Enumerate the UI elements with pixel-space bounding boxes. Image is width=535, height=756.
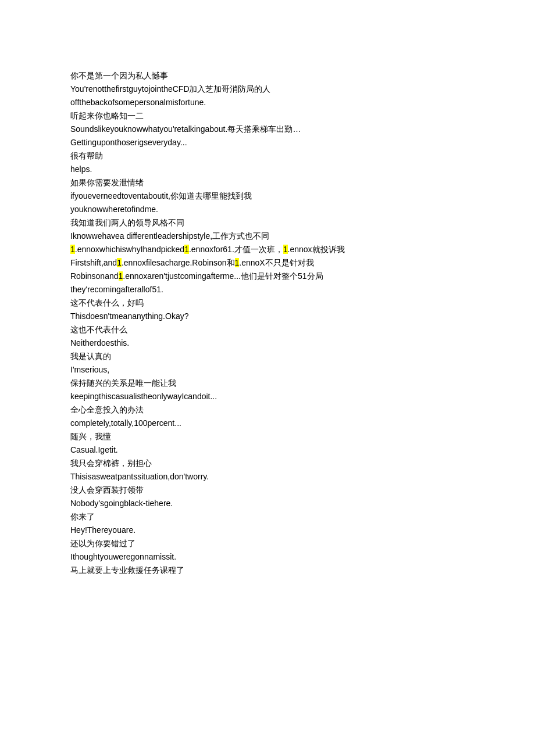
english-text: offthebackofsomepersonalmisfortune.: [70, 96, 465, 109]
english-text: Gettinguponthoserigseveryday...: [70, 137, 465, 149]
content-line-6: 很有帮助: [70, 150, 465, 162]
english-text: Neitherdoesthis.: [70, 337, 465, 349]
content-line-30: 我只会穿棉裤，别担心: [70, 457, 465, 470]
content-line-7: helps.: [70, 163, 465, 175]
highlighted-text: 1: [235, 258, 240, 267]
english-text: Casual.Igetit.: [70, 444, 465, 456]
content-line-11: 我知道我们两人的领导风格不同: [70, 217, 465, 229]
content-line-3: 听起来你也略知一二: [70, 110, 465, 122]
english-text: completely,totally,100percent...: [70, 417, 465, 429]
content-line-12: Iknowwehavea differentleadershipstyle,工作…: [70, 230, 465, 242]
mixed-text: Firstshift,and1.ennoxfilesacharge.Robins…: [70, 257, 465, 269]
content-line-36: 还以为你要错过了: [70, 538, 465, 550]
english-text: Ithoughtyouweregonnamissit.: [70, 551, 465, 563]
content-line-31: Thisisasweatpantssituation,don'tworry.: [70, 471, 465, 483]
content-line-38: 马上就要上专业救援任务课程了: [70, 564, 465, 576]
content-line-5: Gettinguponthoserigseveryday...: [70, 137, 465, 149]
content-line-22: 我是认真的: [70, 350, 465, 363]
chinese-text: 听起来你也略知一二: [70, 110, 465, 122]
content-line-21: Neitherdoesthis.: [70, 337, 465, 349]
content-line-10: youknowwheretofindme.: [70, 203, 465, 216]
content-line-23: I'mserious,: [70, 364, 465, 376]
content-line-29: Casual.Igetit.: [70, 444, 465, 456]
english-text: Iknowwehavea differentleadershipstyle,工作…: [70, 230, 465, 242]
chinese-text: 我只会穿棉裤，别担心: [70, 457, 465, 470]
highlighted-text: 1: [283, 245, 288, 254]
content-line-8: 如果你需要发泄情绪: [70, 177, 465, 189]
highlighted-text: 1: [117, 258, 122, 267]
chinese-text: 马上就要上专业救援任务课程了: [70, 564, 465, 576]
content-line-16: Robinsonand1.ennoxaren'tjustcomingafterm…: [70, 270, 465, 282]
english-text: Thisdoesn'tmeananything.Okay?: [70, 310, 465, 323]
content-line-34: 你来了: [70, 511, 465, 523]
content-line-33: Nobody'sgoingblack-tiehere.: [70, 497, 465, 510]
chinese-text: 没人会穿西装打领带: [70, 484, 465, 496]
chinese-text: 保持随兴的关系是唯一能让我: [70, 377, 465, 389]
content-line-35: Hey!Thereyouare.: [70, 524, 465, 536]
content-line-27: completely,totally,100percent...: [70, 417, 465, 429]
chinese-text: 还以为你要错过了: [70, 538, 465, 550]
english-text: You'renotthefirstguytojointheCFD加入芝加哥消防局…: [70, 83, 465, 95]
main-content: 你不是第一个因为私人憾事You'renotthefirstguytojointh…: [70, 70, 465, 576]
content-line-37: Ithoughtyouweregonnamissit.: [70, 551, 465, 563]
content-line-20: 这也不代表什么: [70, 324, 465, 336]
highlighted-text: 1: [184, 245, 189, 254]
chinese-text: 我是认真的: [70, 350, 465, 363]
content-line-28: 随兴，我懂: [70, 431, 465, 443]
chinese-text: 这也不代表什么: [70, 324, 465, 336]
highlighted-text: 1: [119, 271, 123, 281]
content-line-1: You'renotthefirstguytojointheCFD加入芝加哥消防局…: [70, 83, 465, 95]
content-line-25: keepingthiscasualistheonlywayIcandoit...: [70, 390, 465, 403]
content-line-24: 保持随兴的关系是唯一能让我: [70, 377, 465, 389]
content-line-17: they'recomingafterallof51.: [70, 284, 465, 296]
chinese-text: 如果你需要发泄情绪: [70, 177, 465, 189]
english-text: Nobody'sgoingblack-tiehere.: [70, 497, 465, 510]
english-text: I'mserious,: [70, 364, 465, 376]
content-line-4: Soundslikeyouknowwhatyou'retalkingabout.…: [70, 123, 465, 135]
content-line-2: offthebackofsomepersonalmisfortune.: [70, 96, 465, 109]
english-text: Thisisasweatpantssituation,don'tworry.: [70, 471, 465, 483]
english-text: they'recomingafterallof51.: [70, 284, 465, 296]
content-line-19: Thisdoesn'tmeananything.Okay?: [70, 310, 465, 323]
chinese-text: 我知道我们两人的领导风格不同: [70, 217, 465, 229]
english-text: ifyoueverneedtoventaboutit,你知道去哪里能找到我: [70, 190, 465, 202]
mixed-text: 1.ennoxwhichiswhyIhandpicked1.ennoxfor61…: [70, 243, 465, 256]
content-line-15: Firstshift,and1.ennoxfilesacharge.Robins…: [70, 257, 465, 269]
highlighted-text: 1: [70, 245, 75, 254]
chinese-text: 你不是第一个因为私人憾事: [70, 70, 465, 82]
content-line-32: 没人会穿西装打领带: [70, 484, 465, 496]
english-text: Soundslikeyouknowwhatyou'retalkingabout.…: [70, 123, 465, 135]
english-text: Hey!Thereyouare.: [70, 524, 465, 536]
content-line-26: 全心全意投入的办法: [70, 404, 465, 416]
chinese-text: 这不代表什么，好吗: [70, 297, 465, 309]
english-text: helps.: [70, 163, 465, 175]
english-text: keepingthiscasualistheonlywayIcandoit...: [70, 390, 465, 403]
english-text: youknowwheretofindme.: [70, 203, 465, 216]
content-line-18: 这不代表什么，好吗: [70, 297, 465, 309]
content-line-0: 你不是第一个因为私人憾事: [70, 70, 465, 82]
chinese-text: 很有帮助: [70, 150, 465, 162]
chinese-text: 随兴，我懂: [70, 431, 465, 443]
chinese-text: 你来了: [70, 511, 465, 523]
mixed-text: Robinsonand1.ennoxaren'tjustcomingafterm…: [70, 270, 465, 282]
chinese-text: 全心全意投入的办法: [70, 404, 465, 416]
content-line-9: ifyoueverneedtoventaboutit,你知道去哪里能找到我: [70, 190, 465, 202]
content-line-14: 1.ennoxwhichiswhyIhandpicked1.ennoxfor61…: [70, 243, 465, 256]
